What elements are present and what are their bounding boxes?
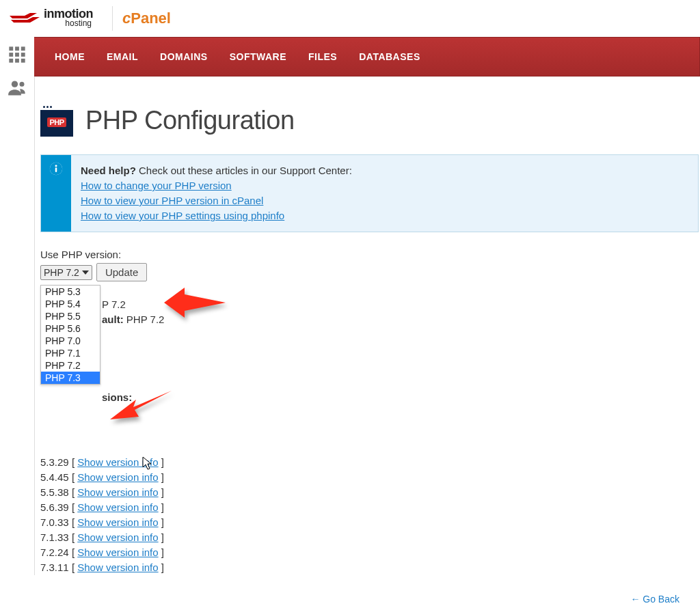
option-php56[interactable]: PHP 5.6 (41, 322, 100, 335)
content: PHP PHP Configuration Need help? Check o… (34, 77, 700, 575)
menu-files[interactable]: FILES (297, 38, 348, 76)
svg-rect-1 (15, 46, 19, 51)
show-info-link[interactable]: Show version info (77, 516, 158, 528)
version-row-1: 5.3.29 [ Show version info ] (40, 455, 700, 470)
help-link-3[interactable]: How to view your PHP settings using phpi… (81, 210, 284, 221)
svg-point-10 (20, 82, 25, 87)
cpanel-logo[interactable]: cPanel (122, 10, 171, 27)
version-row-6: 7.1.33 [ Show version info ] (40, 530, 700, 545)
svg-rect-8 (21, 59, 25, 63)
svg-rect-7 (15, 59, 19, 63)
info-icon (41, 155, 71, 232)
php-version-selected: PHP 7.2 (44, 267, 79, 278)
obscured-default-line: ault: PHP 7.2 (102, 312, 164, 327)
update-button[interactable]: Update (96, 263, 147, 281)
info-lead-bold: Need help? (81, 165, 136, 176)
divider (112, 6, 113, 31)
inmotion-text: inmotion hosting (44, 9, 93, 28)
arrow-left-icon: ← (630, 594, 640, 605)
inmotion-line2: hosting (44, 18, 93, 28)
swoosh-icon (10, 10, 40, 27)
version-row-3: 5.5.38 [ Show version info ] (40, 485, 700, 500)
svg-rect-13 (55, 167, 57, 172)
version-list: 5.3.29 [ Show version info ] 5.4.45 [ Sh… (40, 455, 700, 575)
php-badge: PHP (47, 117, 66, 127)
menu-home[interactable]: HOME (44, 38, 96, 76)
php-version-label: Use PHP version: (40, 249, 700, 260)
option-php54[interactable]: PHP 5.4 (41, 298, 100, 310)
option-php55[interactable]: PHP 5.5 (41, 310, 100, 322)
obscured-current-line: P 7.2 (102, 297, 126, 312)
page-title-row: PHP PHP Configuration (40, 104, 700, 137)
svg-rect-4 (15, 53, 19, 57)
help-link-1[interactable]: How to change your PHP version (81, 180, 232, 191)
show-info-link[interactable]: Show version info (77, 486, 158, 498)
cpanel-c: c (122, 10, 131, 27)
option-php73[interactable]: PHP 7.3 (41, 372, 100, 384)
annotation-arrow-2 (110, 389, 172, 426)
option-php70[interactable]: PHP 7.0 (41, 335, 100, 347)
version-row-7: 7.2.24 [ Show version info ] (40, 545, 700, 560)
php-icon: PHP (40, 104, 73, 137)
annotation-arrow-1 (164, 288, 226, 320)
form-area: Use PHP version: PHP 7.2 Update PHP 5.3 … (40, 249, 700, 281)
inmotion-logo[interactable]: inmotion hosting (7, 0, 103, 37)
svg-point-9 (12, 81, 18, 87)
svg-rect-0 (9, 46, 13, 51)
php-version-select[interactable]: PHP 7.2 (40, 265, 92, 280)
inmotion-line1: inmotion (44, 9, 93, 18)
left-dock (0, 37, 34, 610)
svg-rect-6 (9, 59, 13, 63)
help-link-2[interactable]: How to view your PHP version in cPanel (81, 195, 263, 206)
svg-rect-2 (21, 46, 25, 51)
version-row-8: 7.3.11 [ Show version info ] (40, 560, 700, 575)
topbar: inmotion hosting cPanel (0, 0, 700, 38)
apps-icon[interactable] (8, 45, 27, 66)
go-back-link[interactable]: ← Go Back (630, 594, 679, 605)
info-box: Need help? Check out these articles in o… (40, 154, 699, 232)
svg-point-14 (55, 165, 57, 167)
option-php53[interactable]: PHP 5.3 (41, 286, 100, 298)
svg-rect-5 (21, 53, 25, 57)
show-info-link[interactable]: Show version info (77, 546, 158, 558)
svg-rect-3 (9, 53, 13, 57)
menubar: HOME EMAIL DOMAINS SOFTWARE FILES DATABA… (34, 37, 700, 77)
cpanel-panel: Panel (131, 10, 171, 27)
screenshot-root: inmotion hosting cPanel HOME EMAIL DOMAI… (0, 0, 700, 610)
version-row-2: 5.4.45 [ Show version info ] (40, 470, 700, 485)
main: HOME EMAIL DOMAINS SOFTWARE FILES DATABA… (34, 37, 700, 610)
chevron-down-icon (82, 269, 89, 276)
info-body: Need help? Check out these articles in o… (71, 155, 362, 232)
php-version-dropdown[interactable]: PHP 5.3 PHP 5.4 PHP 5.5 PHP 5.6 PHP 7.0 … (40, 285, 100, 385)
version-row-4: 5.6.39 [ Show version info ] (40, 500, 700, 515)
page-title: PHP Configuration (85, 106, 295, 135)
show-info-link[interactable]: Show version info (77, 531, 158, 543)
menu-databases[interactable]: DATABASES (348, 38, 431, 76)
info-lead-rest: Check out these articles in our Support … (136, 165, 352, 176)
version-row-5: 7.0.33 [ Show version info ] (40, 515, 700, 530)
menu-domains[interactable]: DOMAINS (149, 38, 219, 76)
menu-email[interactable]: EMAIL (96, 38, 149, 76)
menu-software[interactable]: SOFTWARE (219, 38, 297, 76)
users-icon[interactable] (8, 79, 27, 100)
show-info-link[interactable]: Show version info (77, 562, 158, 573)
show-info-link[interactable]: Show version info (77, 501, 158, 513)
option-php72[interactable]: PHP 7.2 (41, 359, 100, 372)
cursor-icon (142, 456, 152, 470)
option-php71[interactable]: PHP 7.1 (41, 347, 100, 359)
show-info-link[interactable]: Show version info (77, 471, 158, 483)
